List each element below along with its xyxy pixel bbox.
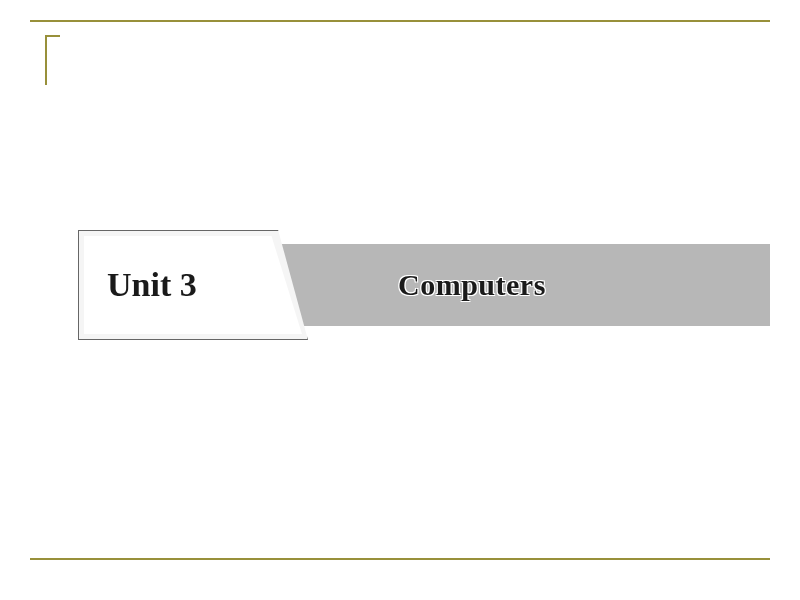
unit-label: Unit 3 bbox=[107, 266, 197, 304]
corner-accent-icon bbox=[45, 35, 60, 85]
topic-label: Computers bbox=[398, 268, 546, 302]
title-banner: Computers Unit 3 bbox=[78, 230, 770, 340]
bottom-rule bbox=[30, 558, 770, 560]
top-rule bbox=[30, 20, 770, 22]
topic-banner: Computers bbox=[268, 244, 770, 326]
unit-banner: Unit 3 bbox=[78, 230, 308, 340]
